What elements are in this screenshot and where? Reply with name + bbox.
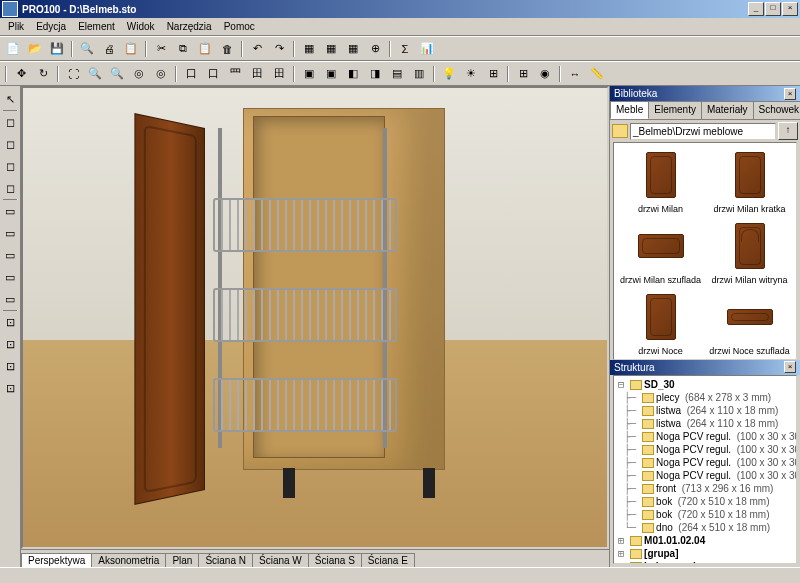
tab-meble[interactable]: Meble: [610, 101, 649, 119]
light-icon[interactable]: 💡: [439, 64, 459, 84]
t3-icon[interactable]: ◻: [0, 156, 20, 176]
zoomout-icon[interactable]: 🔍: [107, 64, 127, 84]
menu-element[interactable]: Element: [72, 19, 121, 34]
undo-icon[interactable]: ↶: [247, 39, 267, 59]
group1-icon[interactable]: ▦: [299, 39, 319, 59]
arrow-icon[interactable]: ↖: [0, 89, 20, 109]
library-item[interactable]: drzwi Milan: [618, 147, 703, 214]
library-item[interactable]: drzwi Noce szuflada: [707, 289, 792, 356]
t8-icon[interactable]: ▭: [0, 267, 20, 287]
tree-item[interactable]: ⊞ [grupa]: [616, 547, 794, 560]
library-item[interactable]: drzwi Noce: [618, 289, 703, 356]
tree-item[interactable]: ├─ Noga PCV regul. (100 x 30 x 30 mm): [616, 469, 794, 482]
m4-icon[interactable]: ◨: [365, 64, 385, 84]
v2-icon[interactable]: 口: [203, 64, 223, 84]
redo-icon[interactable]: ↷: [269, 39, 289, 59]
zoom3-icon[interactable]: ◎: [129, 64, 149, 84]
tab-aksonometria[interactable]: Aksonometria: [91, 553, 166, 567]
viewport-3d[interactable]: [21, 86, 609, 549]
v1-icon[interactable]: 口: [181, 64, 201, 84]
m5-icon[interactable]: ▤: [387, 64, 407, 84]
menu-edycja[interactable]: Edycja: [30, 19, 72, 34]
t5-icon[interactable]: ▭: [0, 201, 20, 221]
report-icon[interactable]: 📊: [417, 39, 437, 59]
library-item[interactable]: drzwi Milan witryna: [707, 218, 792, 285]
l2-icon[interactable]: ☀: [461, 64, 481, 84]
zoomin-icon[interactable]: 🔍: [85, 64, 105, 84]
tree-item[interactable]: ├─ plecy (684 x 278 x 3 mm): [616, 391, 794, 404]
menu-widok[interactable]: Widok: [121, 19, 161, 34]
structure-tree[interactable]: ⊟ SD_30 ├─ plecy (684 x 278 x 3 mm) ├─ l…: [613, 375, 797, 565]
save-icon[interactable]: 💾: [47, 39, 67, 59]
export-icon[interactable]: 📋: [121, 39, 141, 59]
tab-sciana-s[interactable]: Ściana S: [308, 553, 362, 567]
library-item[interactable]: drzwi Milan kratka: [707, 147, 792, 214]
print-icon[interactable]: 🖨: [99, 39, 119, 59]
cut-icon[interactable]: ✂: [151, 39, 171, 59]
tab-schowek[interactable]: Schowek: [753, 101, 800, 119]
help-icon[interactable]: ◉: [535, 64, 555, 84]
tree-item[interactable]: └─ dno (264 x 510 x 18 mm): [616, 521, 794, 534]
close-button[interactable]: ×: [782, 2, 798, 16]
preview-icon[interactable]: 🔍: [77, 39, 97, 59]
folder-up-icon[interactable]: ↑: [778, 122, 798, 140]
t4-icon[interactable]: ◻: [0, 178, 20, 198]
v5-icon[interactable]: 田: [269, 64, 289, 84]
tab-perspektywa[interactable]: Perspektywa: [21, 553, 92, 567]
minimize-button[interactable]: _: [748, 2, 764, 16]
copy-icon[interactable]: ⧉: [173, 39, 193, 59]
move-icon[interactable]: ✥: [11, 64, 31, 84]
l3-icon[interactable]: ⊞: [483, 64, 503, 84]
library-item[interactable]: drzwi Milan szuflada: [618, 218, 703, 285]
m3-icon[interactable]: ◧: [343, 64, 363, 84]
new-icon[interactable]: 📄: [3, 39, 23, 59]
rotate-icon[interactable]: ↻: [33, 64, 53, 84]
m6-icon[interactable]: ▥: [409, 64, 429, 84]
tree-item[interactable]: ├─ front (713 x 296 x 16 mm): [616, 482, 794, 495]
tree-item[interactable]: ├─ Noga PCV regul. (100 x 30 x 30 mm): [616, 456, 794, 469]
tab-sciana-n[interactable]: Ściana N: [198, 553, 253, 567]
tab-sciana-e[interactable]: Ściana E: [361, 553, 415, 567]
maximize-button[interactable]: □: [765, 2, 781, 16]
t6-icon[interactable]: ▭: [0, 223, 20, 243]
menu-plik[interactable]: Plik: [2, 19, 30, 34]
m2-icon[interactable]: ▣: [321, 64, 341, 84]
structure-close-icon[interactable]: ×: [784, 361, 796, 373]
menu-pomoc[interactable]: Pomoc: [218, 19, 261, 34]
t7-icon[interactable]: ▭: [0, 245, 20, 265]
tree-item[interactable]: ├─ listwa (264 x 110 x 18 mm): [616, 404, 794, 417]
tree-item[interactable]: ├─ bok (720 x 510 x 18 mm): [616, 495, 794, 508]
dim-icon[interactable]: ↔: [565, 64, 585, 84]
paste-icon[interactable]: 📋: [195, 39, 215, 59]
library-path-combo[interactable]: _Belmeb\Drzwi meblowe: [630, 123, 776, 140]
library-close-icon[interactable]: ×: [784, 88, 796, 100]
v4-icon[interactable]: 田: [247, 64, 267, 84]
tree-item[interactable]: ⊞ M01.01.02.04: [616, 534, 794, 547]
group4-icon[interactable]: ⊕: [365, 39, 385, 59]
tree-item[interactable]: ├─ bok (720 x 510 x 18 mm): [616, 508, 794, 521]
tree-item[interactable]: ├─ Noga PCV regul. (100 x 30 x 30 mm): [616, 430, 794, 443]
ruler-icon[interactable]: 📏: [587, 64, 607, 84]
v3-icon[interactable]: 罒: [225, 64, 245, 84]
tree-root[interactable]: ⊟ SD_30: [616, 378, 794, 391]
t1-icon[interactable]: ◻: [0, 112, 20, 132]
tab-sciana-w[interactable]: Ściana W: [252, 553, 309, 567]
grid-icon[interactable]: ⊞: [513, 64, 533, 84]
tree-item[interactable]: ├─ listwa (264 x 110 x 18 mm): [616, 417, 794, 430]
tree-item[interactable]: ⊞ halogen wiszący: [616, 560, 794, 565]
t13-icon[interactable]: ⊡: [0, 378, 20, 398]
t12-icon[interactable]: ⊡: [0, 356, 20, 376]
menu-narzedzia[interactable]: Narzędzia: [161, 19, 218, 34]
t11-icon[interactable]: ⊡: [0, 334, 20, 354]
t10-icon[interactable]: ⊡: [0, 312, 20, 332]
delete-icon[interactable]: 🗑: [217, 39, 237, 59]
tab-elementy[interactable]: Elementy: [648, 101, 702, 119]
fit-icon[interactable]: ⛶: [63, 64, 83, 84]
sum-icon[interactable]: Σ: [395, 39, 415, 59]
open-icon[interactable]: 📂: [25, 39, 45, 59]
group2-icon[interactable]: ▦: [321, 39, 341, 59]
tab-materialy[interactable]: Materiały: [701, 101, 754, 119]
zoom4-icon[interactable]: ◎: [151, 64, 171, 84]
t9-icon[interactable]: ▭: [0, 289, 20, 309]
t2-icon[interactable]: ◻: [0, 134, 20, 154]
